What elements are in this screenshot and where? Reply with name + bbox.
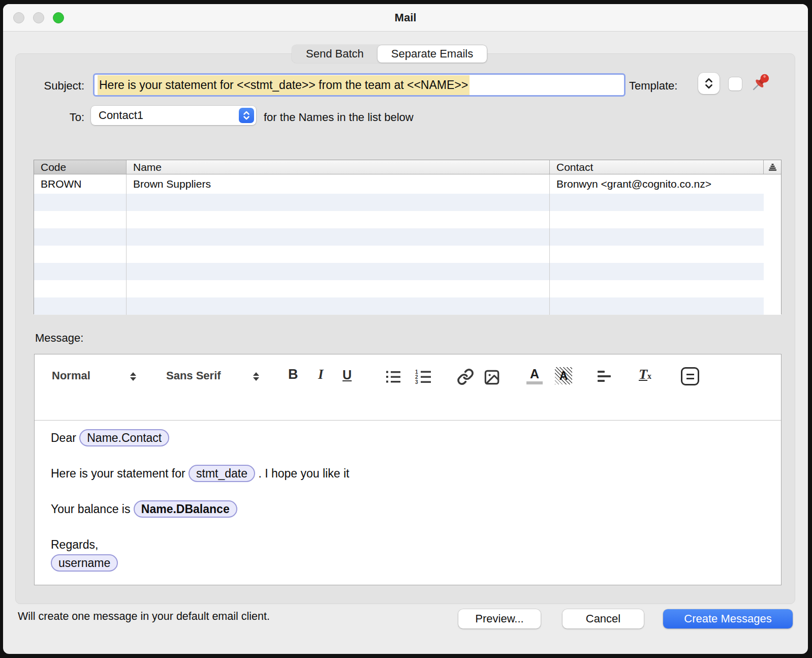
table-row-empty xyxy=(34,280,781,297)
traffic-lights xyxy=(13,12,64,23)
message-paragraph: Regards, xyxy=(51,535,766,554)
message-text: Regards, xyxy=(51,538,98,551)
table-row-empty xyxy=(34,246,781,263)
message-editor: Normal Sans Serif B I U 1 xyxy=(34,354,782,585)
mode-tabs: Send Batch Separate Emails xyxy=(292,45,487,63)
italic-button[interactable]: I xyxy=(318,367,324,382)
tab-separate-emails[interactable]: Separate Emails xyxy=(378,45,487,63)
table-row-empty xyxy=(34,263,781,280)
bold-button[interactable]: B xyxy=(288,367,298,382)
underline-button[interactable]: U xyxy=(342,368,352,382)
recipients-table: Code Name Contact BROWN Brown Suppliers xyxy=(34,160,782,314)
clean-t-glyph: T xyxy=(639,366,647,382)
footer-note: Will create one message in your default … xyxy=(18,610,270,623)
pushpin-icon[interactable] xyxy=(748,71,772,95)
preview-button[interactable]: Preview... xyxy=(458,609,541,629)
template-checkbox[interactable] xyxy=(729,77,742,91)
cell-name: Brown Suppliers xyxy=(127,174,550,194)
message-paragraph: Dear Name.Contact xyxy=(51,429,766,447)
column-options-button[interactable] xyxy=(764,160,781,174)
table-row[interactable]: BROWN Brown Suppliers Bronwyn <grant@cog… xyxy=(34,174,781,194)
chevrons-up-down-icon xyxy=(703,77,714,90)
message-paragraph: username xyxy=(51,554,766,572)
editor-toolbar: Normal Sans Serif B I U 1 xyxy=(35,354,781,421)
column-header-name[interactable]: Name xyxy=(127,160,550,174)
align-button[interactable] xyxy=(598,371,611,382)
image-icon xyxy=(484,369,500,385)
merge-field-token[interactable]: stmt_date xyxy=(189,465,255,482)
column-header-contact[interactable]: Contact xyxy=(550,160,764,174)
template-stepper[interactable] xyxy=(698,73,720,94)
ordered-list-button[interactable]: 1 2 3 xyxy=(415,369,432,386)
column-header-code[interactable]: Code xyxy=(34,160,127,174)
clean-x-glyph: x xyxy=(647,372,651,380)
to-hint-text: for the Names in the list below xyxy=(264,111,414,124)
table-row-empty xyxy=(34,211,781,228)
message-paragraph: Your balance is Name.DBalance xyxy=(51,500,766,518)
to-popup[interactable]: Contact1 xyxy=(91,106,256,125)
create-messages-button[interactable]: Create Messages xyxy=(663,609,793,629)
bullet-list-icon xyxy=(385,370,401,384)
mail-dialog-window: Mail Send Batch Separate Emails Subject:… xyxy=(3,4,808,654)
merge-field-token[interactable]: Name.DBalance xyxy=(134,500,237,518)
tab-send-batch[interactable]: Send Batch xyxy=(292,45,378,63)
text-color-icon: A xyxy=(530,367,539,380)
message-text: . I hope you like it xyxy=(255,467,349,480)
window-title: Mail xyxy=(395,11,417,24)
close-button[interactable] xyxy=(13,12,24,23)
ordered-list-icon: 1 2 3 xyxy=(415,369,432,384)
cell-contact: Bronwyn <grant@cognito.co.nz> xyxy=(550,174,764,194)
bullet-list-button[interactable] xyxy=(385,370,401,386)
subject-label: Subject: xyxy=(23,79,84,93)
link-icon xyxy=(457,368,474,385)
minimize-button[interactable] xyxy=(33,12,44,23)
highlight-color-button[interactable]: A xyxy=(555,367,572,384)
to-popup-value: Contact1 xyxy=(91,109,239,122)
subject-value: Here is your statement for <<stmt_date>>… xyxy=(98,75,470,95)
table-body: BROWN Brown Suppliers Bronwyn <grant@cog… xyxy=(34,174,781,315)
text-color-button[interactable]: A xyxy=(526,367,543,384)
insert-field-button[interactable] xyxy=(681,367,699,385)
to-label: To: xyxy=(23,111,84,124)
template-label: Template: xyxy=(629,79,677,93)
insert-link-button[interactable] xyxy=(457,368,474,387)
popup-chevrons xyxy=(239,108,254,123)
message-text: Here is your statement for xyxy=(51,467,189,480)
table-row-empty xyxy=(34,297,781,315)
clear-formatting-button[interactable]: Tx xyxy=(639,366,651,382)
cell-code: BROWN xyxy=(34,174,127,194)
table-row-empty xyxy=(34,194,781,211)
message-paragraph: Here is your statement for stmt_date . I… xyxy=(51,464,766,483)
font-chevrons-icon[interactable] xyxy=(253,372,259,381)
cancel-button[interactable]: Cancel xyxy=(563,609,644,629)
chevrons-up-down-icon xyxy=(241,110,252,121)
paragraph-style-select[interactable]: Normal xyxy=(52,369,90,382)
title-bar: Mail xyxy=(3,4,808,32)
paragraph-style-chevrons-icon[interactable] xyxy=(130,372,136,381)
zoom-button[interactable] xyxy=(53,12,64,23)
merge-field-token[interactable]: Name.Contact xyxy=(79,429,169,446)
highlight-color-icon: A xyxy=(559,369,568,383)
message-text: Your balance is xyxy=(51,502,134,516)
merge-field-token[interactable]: username xyxy=(51,554,118,572)
table-row-empty xyxy=(34,228,781,246)
main-panel: Subject: Here is your statement for <<st… xyxy=(15,53,795,604)
message-body[interactable]: Dear Name.ContactHere is your statement … xyxy=(35,421,781,572)
svg-text:3: 3 xyxy=(415,379,418,384)
insert-image-button[interactable] xyxy=(484,369,500,387)
message-text: Dear xyxy=(51,431,79,444)
table-header: Code Name Contact xyxy=(34,160,781,174)
message-label: Message: xyxy=(35,332,83,345)
subject-input[interactable]: Here is your statement for <<stmt_date>>… xyxy=(93,73,626,97)
font-select[interactable]: Sans Serif xyxy=(166,369,221,382)
column-sort-icon xyxy=(768,163,777,171)
